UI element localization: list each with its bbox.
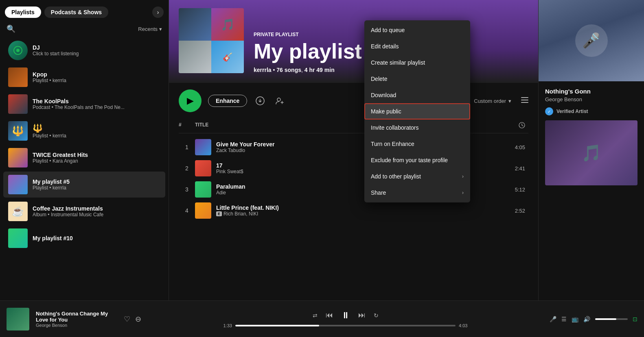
sidebar-item-kpop-info: Kpop Playlist • kerrrla xyxy=(33,71,160,83)
tabs-arrow[interactable]: › xyxy=(152,7,164,18)
sidebar-item-kpop-art xyxy=(8,67,28,87)
lyrics-icon[interactable]: 🎤 xyxy=(550,316,556,322)
playlist-meta-songs: 76 songs xyxy=(276,67,301,73)
list-view-icon[interactable] xyxy=(521,96,528,106)
menu-item-create-similar-label: Create similar playlist xyxy=(371,59,425,66)
current-time: 1:33 xyxy=(223,323,232,328)
sidebar-item-coffee[interactable]: ☕ Coffee Jazz Instrumentals Album • Inst… xyxy=(3,198,165,224)
menu-item-share[interactable]: Share › xyxy=(364,185,470,201)
sidebar-item-dj[interactable]: DJ Click to start listening xyxy=(3,37,165,63)
sidebar-list: DJ Click to start listening Kpop Playlis… xyxy=(0,37,169,300)
menu-item-create-similar[interactable]: Create similar playlist xyxy=(364,54,470,71)
track-row[interactable]: 4 Little Prince (feat. NIKI) E Rich Bria… xyxy=(179,200,528,221)
recents-button[interactable]: Recents ▾ xyxy=(138,26,162,32)
svg-rect-6 xyxy=(521,102,528,103)
shuffle-icon[interactable]: ⇄ xyxy=(313,312,318,319)
sidebar-item-mypl10[interactable]: My playlist #10 xyxy=(3,225,165,251)
track-header-num: # xyxy=(179,122,195,130)
recents-label: Recents xyxy=(138,26,158,32)
track-artist: Pink Sweat$ xyxy=(216,169,243,174)
next-icon[interactable]: ⏭ xyxy=(358,311,366,320)
track-row[interactable]: 1 Give Me Your Forever Zack Tabudlo 4:05 xyxy=(179,137,528,158)
sidebar-item-twice-art xyxy=(8,148,28,167)
track-duration: 5:12 xyxy=(496,187,528,193)
sidebar-item-mypl5-info: My playlist #5 Playlist • kerrrla xyxy=(33,178,160,191)
sidebar-item-twice-sub: Playlist • Kara Angan xyxy=(33,158,160,164)
track-text: Little Prince (feat. NIKI) E Rich Brian,… xyxy=(216,204,279,217)
track-num: 3 xyxy=(179,186,195,193)
pause-icon[interactable]: ⏸ xyxy=(341,310,350,321)
device-icon[interactable]: 📺 xyxy=(572,316,578,322)
tab-playlists[interactable]: Playlists xyxy=(5,7,41,18)
search-icon[interactable]: 🔍 xyxy=(7,24,15,33)
menu-item-add-queue[interactable]: Add to queue xyxy=(364,22,470,38)
menu-item-delete[interactable]: Delete xyxy=(364,71,470,87)
now-playing-artist: George Benson xyxy=(36,323,117,328)
progress-bar[interactable] xyxy=(235,325,456,326)
sidebar-item-kpop[interactable]: Kpop Playlist • kerrrla xyxy=(3,64,165,90)
track-row[interactable]: 3 Paraluman Adie 5:12 xyxy=(179,179,528,200)
right-panel-verified: ✓ Verified Artist xyxy=(545,107,637,115)
minus-circle-icon[interactable]: ⊖ xyxy=(135,315,141,324)
share-arrow-icon: › xyxy=(462,190,464,196)
menu-item-add-other-playlist-label: Add to other playlist xyxy=(371,173,421,180)
sidebar-item-unnamed-art: 🔱 xyxy=(8,121,28,141)
track-name: Paraluman xyxy=(216,183,245,190)
sort-button[interactable]: Custom order ▾ xyxy=(474,98,511,104)
menu-item-add-other-playlist[interactable]: Add to other playlist › xyxy=(364,168,470,185)
sidebar-item-unnamed[interactable]: 🔱 🔱 Playlist • kerrrla xyxy=(3,118,165,144)
queue-icon[interactable]: ☰ xyxy=(561,316,567,322)
menu-item-exclude-taste[interactable]: Exclude from your taste profile xyxy=(364,152,470,168)
menu-item-share-label: Share xyxy=(371,189,386,196)
heart-icon[interactable]: ♡ xyxy=(124,315,130,324)
prev-icon[interactable]: ⏮ xyxy=(326,311,333,320)
right-panel-info: Nothing's Gonn George Benson ✓ Verified … xyxy=(539,81,644,192)
verified-text: Verified Artist xyxy=(556,109,588,114)
svg-rect-5 xyxy=(521,100,528,100)
playlist-art-cell-1 xyxy=(179,8,211,41)
menu-item-edit-details[interactable]: Edit details xyxy=(364,38,470,54)
volume-slider[interactable] xyxy=(595,318,628,320)
add-user-icon[interactable] xyxy=(273,94,286,107)
play-button[interactable]: ▶ xyxy=(179,89,202,112)
playlist-header: 🎵 🎸 Private Playlist My playlist #5 kerr… xyxy=(169,0,538,83)
menu-item-download[interactable]: Download xyxy=(364,87,470,103)
right-panel-art-inner: 🎤 xyxy=(539,0,644,81)
menu-item-turn-on-enhance[interactable]: Turn on Enhance xyxy=(364,136,470,152)
menu-item-exclude-taste-label: Exclude from your taste profile xyxy=(371,157,448,163)
sidebar-item-kpop-name: Kpop xyxy=(33,71,160,78)
sidebar-item-mypl10-art xyxy=(8,228,28,248)
context-menu: Add to queue Edit details Create similar… xyxy=(364,20,470,202)
track-row[interactable]: 2 17 Pink Sweat$ 2:41 xyxy=(179,158,528,179)
track-text: 17 Pink Sweat$ xyxy=(216,162,243,174)
track-info: Little Prince (feat. NIKI) E Rich Brian,… xyxy=(195,202,496,219)
track-duration: 2:41 xyxy=(496,165,528,172)
enhance-button[interactable]: Enhance xyxy=(208,95,247,107)
right-panel-thumb: 🎵 xyxy=(545,120,637,185)
sidebar-item-unnamed-info: 🔱 Playlist • kerrrla xyxy=(33,123,160,139)
track-thumb xyxy=(195,139,211,155)
tab-podcasts[interactable]: Podcasts & Shows xyxy=(44,7,108,18)
download-icon[interactable] xyxy=(254,94,267,107)
menu-item-invite-collaborators[interactable]: Invite collaborators xyxy=(364,120,470,136)
sidebar-item-koolpals[interactable]: The KoolPals Podcast • The KoolPals and … xyxy=(3,91,165,117)
fullscreen-icon[interactable]: ⊡ xyxy=(633,316,637,322)
total-time: 4:03 xyxy=(459,323,467,328)
sidebar-item-mypl5-name: My playlist #5 xyxy=(33,178,160,185)
sidebar-item-koolpals-art xyxy=(8,94,28,114)
sidebar: Playlists Podcasts & Shows Albums › 🔍 Re… xyxy=(0,0,169,300)
menu-item-turn-on-enhance-label: Turn on Enhance xyxy=(371,141,414,147)
track-num: 2 xyxy=(179,165,195,172)
menu-item-download-label: Download xyxy=(371,92,396,98)
menu-item-make-public[interactable]: Make public xyxy=(364,103,470,120)
sidebar-item-mypl5[interactable]: My playlist #5 Playlist • kerrrla xyxy=(3,172,165,198)
volume-icon[interactable]: 🔊 xyxy=(583,316,590,322)
track-num: 1 xyxy=(179,144,195,150)
sidebar-item-dj-name: DJ xyxy=(33,44,160,51)
right-panel-artist: George Benson xyxy=(545,96,637,102)
repeat-icon[interactable]: ↻ xyxy=(374,312,379,319)
playlist-controls: ▶ Enhance Custom order ▾ xyxy=(169,83,538,119)
track-thumb xyxy=(195,202,211,219)
sidebar-item-twice[interactable]: TWICE Greatest Hits Playlist • Kara Anga… xyxy=(3,145,165,171)
track-header-duration xyxy=(496,122,528,130)
